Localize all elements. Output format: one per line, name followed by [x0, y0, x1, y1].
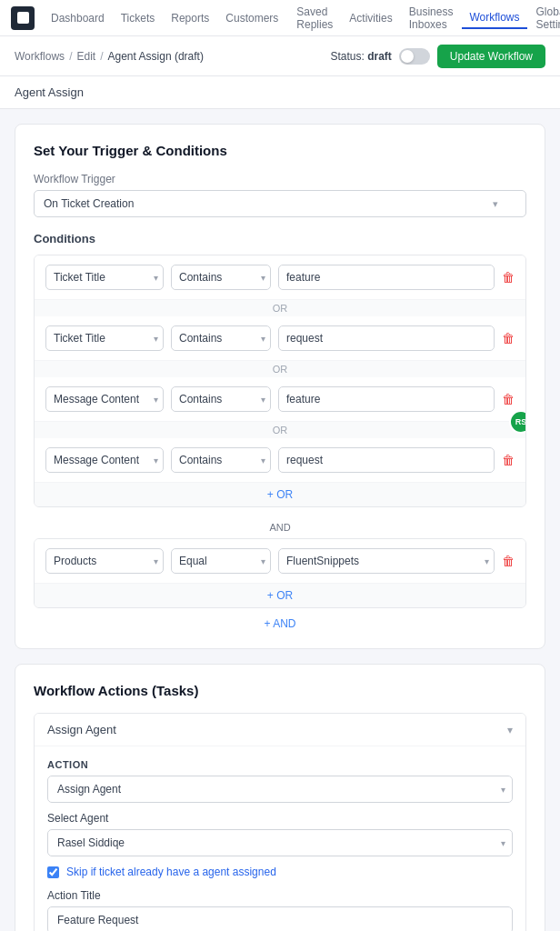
select-agent-select[interactable]: Rasel Siddiqe: [47, 829, 513, 856]
action-type-label: Action: [47, 759, 513, 770]
avatar: RS: [509, 410, 526, 434]
nav-item-activities[interactable]: Activities: [342, 8, 399, 28]
page-title: Agent Assign: [0, 76, 560, 109]
conditions-label: Conditions: [34, 232, 526, 245]
condition-row-5: Products ▾ Equal ▾ FluentSnippets ▾ 🗑: [35, 539, 525, 583]
action-collapse-icon: ▾: [507, 724, 513, 736]
condition-row-2: Ticket Title ▾ Contains ▾ 🗑: [35, 316, 525, 360]
condition-value-input-3[interactable]: [278, 386, 495, 412]
condition-operator-select-5[interactable]: Equal: [171, 548, 271, 574]
condition-row-1: Ticket Title ▾ Contains ▾ 🗑: [35, 255, 525, 299]
trigger-select[interactable]: On Ticket Creation ▾: [34, 190, 526, 217]
trigger-conditions-card: Set Your Trigger & Conditions Workflow T…: [15, 124, 545, 649]
delete-condition-5-icon[interactable]: 🗑: [502, 554, 515, 568]
delete-condition-2-icon[interactable]: 🗑: [502, 331, 515, 345]
actions-title: Workflow Actions (Tasks): [34, 683, 526, 698]
condition-group-1: Ticket Title ▾ Contains ▾ 🗑 OR: [34, 255, 526, 507]
status-label: Status: draft: [330, 50, 391, 63]
update-workflow-button[interactable]: Update Workflow: [437, 45, 545, 68]
nav-item-dashboard[interactable]: Dashboard: [44, 8, 112, 28]
condition-field-select-2[interactable]: Ticket Title: [45, 325, 164, 351]
condition-group-2: Products ▾ Equal ▾ FluentSnippets ▾ 🗑: [34, 538, 526, 608]
trigger-label: Workflow Trigger: [34, 173, 526, 185]
nav-logo: [11, 6, 35, 30]
breadcrumb-bar: Workflows / Edit / Agent Assign (draft) …: [0, 36, 560, 76]
nav-item-global-settings[interactable]: Global Settings: [529, 2, 560, 35]
or-separator-1: OR: [35, 299, 525, 316]
action-body: Action Assign Agent ▾ Select Agent Rasel…: [35, 746, 525, 931]
condition-value-input-2[interactable]: [278, 325, 495, 351]
or-separator-2: OR: [35, 360, 525, 377]
condition-field-select-3[interactable]: Message Content: [45, 386, 164, 412]
trigger-field: Workflow Trigger On Ticket Creation ▾: [34, 173, 526, 217]
chevron-down-icon: ▾: [493, 198, 498, 210]
delete-condition-3-icon[interactable]: 🗑: [502, 392, 515, 406]
breadcrumb: Workflows / Edit / Agent Assign (draft): [15, 50, 204, 63]
action-header-title: Assign Agent: [47, 723, 116, 736]
trigger-section-title: Set Your Trigger & Conditions: [34, 143, 526, 158]
condition-operator-select-2[interactable]: Contains: [171, 325, 271, 351]
delete-condition-4-icon[interactable]: 🗑: [502, 453, 515, 467]
condition-row-3: Message Content ▾ Contains ▾ 🗑 RS: [35, 377, 525, 421]
skip-checkbox[interactable]: [47, 866, 59, 878]
or-separator-3: OR: [35, 421, 525, 438]
condition-field-select-5[interactable]: Products: [45, 548, 164, 574]
add-and-button[interactable]: + AND: [34, 617, 526, 630]
add-or-button-1[interactable]: + OR: [35, 482, 525, 506]
nav-item-tickets[interactable]: Tickets: [114, 8, 163, 28]
add-or-button-2[interactable]: + OR: [35, 583, 525, 607]
skip-checkbox-row: Skip if ticket already have a agent assi…: [47, 866, 513, 878]
breadcrumb-right: Status: draft Update Workflow: [330, 45, 545, 68]
condition-value-input-4[interactable]: [278, 447, 495, 473]
breadcrumb-sep2: /: [100, 50, 103, 63]
action-title-label: Action Title: [47, 889, 513, 902]
workflow-actions-card: Workflow Actions (Tasks) Assign Agent ▾ …: [15, 664, 545, 931]
action-title-input[interactable]: [47, 906, 513, 931]
action-type-select[interactable]: Assign Agent: [47, 776, 513, 803]
condition-value-input-1[interactable]: [278, 265, 495, 290]
trigger-select-wrapper[interactable]: On Ticket Creation ▾: [34, 190, 526, 217]
condition-row-4: Message Content ▾ Contains ▾ 🗑: [35, 438, 525, 482]
nav-item-customers[interactable]: Customers: [218, 8, 285, 28]
breadcrumb-current: Agent Assign (draft): [108, 50, 204, 63]
action-header[interactable]: Assign Agent ▾: [35, 714, 525, 746]
top-nav: Dashboard Tickets Reports Customers Save…: [0, 0, 560, 36]
nav-item-saved-replies[interactable]: Saved Replies: [289, 2, 340, 35]
delete-condition-1-icon[interactable]: 🗑: [502, 270, 515, 285]
status-toggle[interactable]: [399, 48, 430, 65]
breadcrumb-workflows[interactable]: Workflows: [15, 50, 65, 63]
nav-item-business-inboxes[interactable]: Business Inboxes: [402, 2, 461, 35]
breadcrumb-edit[interactable]: Edit: [76, 50, 95, 63]
skip-checkbox-label[interactable]: Skip if ticket already have a agent assi…: [66, 866, 276, 878]
and-separator: AND: [34, 516, 526, 538]
condition-operator-select-4[interactable]: Contains: [171, 447, 271, 473]
breadcrumb-sep1: /: [69, 50, 72, 63]
condition-field-select-4[interactable]: Message Content: [45, 447, 164, 473]
condition-field-select-1[interactable]: Ticket Title: [45, 265, 164, 290]
action-item: Assign Agent ▾ Action Assign Agent ▾ Sel…: [34, 713, 526, 931]
nav-item-reports[interactable]: Reports: [164, 8, 216, 28]
select-agent-label: Select Agent: [47, 812, 513, 825]
condition-operator-select-1[interactable]: Contains: [171, 265, 271, 290]
condition-value-select-5[interactable]: FluentSnippets: [278, 548, 495, 574]
condition-operator-select-3[interactable]: Contains: [171, 386, 271, 412]
nav-item-workflows[interactable]: Workflows: [462, 7, 526, 29]
